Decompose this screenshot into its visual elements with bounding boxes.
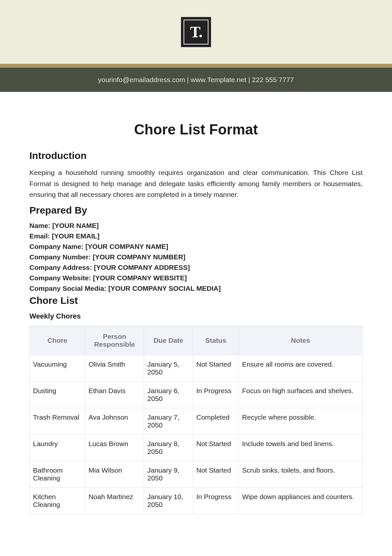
cell-due: January 7, 2050 (144, 408, 193, 434)
prepared-by-block: Name: [YOUR NAME]Email: [YOUR EMAIL]Comp… (29, 222, 363, 292)
field-label: Company Social Media: (29, 285, 108, 292)
logo-text: T. (190, 23, 202, 41)
prepared-by-line: Company Social Media: [YOUR COMPANY SOCI… (29, 285, 363, 292)
field-label: Company Number: (29, 253, 93, 261)
cell-notes: Include towels and bed linens. (239, 434, 363, 461)
col-chore: Chore (30, 326, 85, 355)
field-value: [YOUR NAME] (52, 222, 99, 229)
table-row: DustingEthan DavisJanuary 6, 2050In Prog… (30, 381, 363, 408)
document-content: Chore List Format Introduction Keeping a… (0, 92, 392, 514)
cell-status: Not Started (193, 434, 239, 461)
cell-due: January 9, 2050 (144, 461, 193, 487)
cell-chore: Kitchen Cleaning (30, 487, 85, 514)
table-row: LaundryLucas BrownJanuary 8, 2050Not Sta… (30, 434, 363, 461)
prepared-by-line: Company Name: [YOUR COMPANY NAME] (29, 243, 363, 251)
cell-due: January 8, 2050 (144, 434, 193, 461)
logo: T. (181, 17, 211, 47)
col-due: Due Date (144, 326, 193, 355)
cell-person: Noah Martinez (85, 487, 144, 514)
table-row: Kitchen CleaningNoah MartinezJanuary 10,… (30, 487, 363, 514)
cell-status: Not Started (193, 355, 239, 381)
field-label: Email: (29, 232, 52, 240)
cell-chore: Vacuuming (30, 355, 85, 381)
cell-notes: Recycle where possible. (239, 408, 363, 434)
table-row: Bathroom CleaningMia WilsonJanuary 9, 20… (30, 461, 363, 487)
logo-inner: T. (184, 20, 208, 44)
col-person: Person Responsible (85, 326, 144, 355)
cell-status: Completed (193, 408, 239, 434)
table-header-row: Chore Person Responsible Due Date Status… (30, 326, 363, 355)
cell-due: January 10, 2050 (144, 487, 193, 514)
field-label: Company Name: (29, 243, 86, 250)
chore-list-heading: Chore List (29, 295, 363, 306)
cell-person: Olivia Smith (85, 355, 144, 381)
prepared-by-line: Email: [YOUR EMAIL] (29, 232, 363, 240)
weekly-chores-table: Chore Person Responsible Due Date Status… (29, 326, 363, 514)
header-top-band: T. (0, 0, 392, 64)
cell-status: Not Started (193, 461, 239, 487)
cell-notes: Ensure all rooms are covered. (239, 355, 363, 381)
cell-chore: Laundry (30, 434, 85, 461)
contact-bar: yourinfo@emailaddress.com | www.Template… (0, 68, 392, 92)
cell-person: Mia Wilson (85, 461, 144, 487)
table-row: VacuumingOlivia SmithJanuary 5, 2050Not … (30, 355, 363, 381)
cell-status: In Progress (193, 487, 239, 514)
prepared-by-line: Name: [YOUR NAME] (29, 222, 363, 230)
cell-notes: Scrub sinks, toilets, and floors. (239, 461, 363, 487)
cell-chore: Dusting (30, 381, 85, 408)
prepared-by-line: Company Number: [YOUR COMPANY NUMBER] (29, 253, 363, 261)
cell-person: Ethan Davis (85, 381, 144, 408)
page-title: Chore List Format (29, 121, 363, 138)
cell-notes: Wipe down appliances and counters. (239, 487, 363, 514)
field-label: Company Address: (29, 264, 94, 271)
col-notes: Notes (239, 326, 363, 355)
cell-person: Lucas Brown (85, 434, 144, 461)
introduction-text: Keeping a household running smoothly req… (29, 167, 363, 200)
field-value: [YOUR COMPANY NUMBER] (93, 253, 186, 261)
prepared-by-line: Company Website: [YOUR COMPANY WEBSITE] (29, 274, 363, 282)
cell-chore: Bathroom Cleaning (30, 461, 85, 487)
field-value: [YOUR EMAIL] (52, 232, 100, 240)
field-label: Name: (29, 222, 52, 229)
gold-strip (0, 64, 392, 68)
cell-notes: Focus on high surfaces and shelves. (239, 381, 363, 408)
prepared-by-line: Company Address: [YOUR COMPANY ADDRESS] (29, 264, 363, 271)
field-value: [YOUR COMPANY WEBSITE] (93, 274, 187, 282)
field-label: Company Website: (29, 274, 93, 282)
field-value: [YOUR COMPANY ADDRESS] (94, 264, 190, 271)
cell-due: January 5, 2050 (144, 355, 193, 381)
field-value: [YOUR COMPANY NAME] (86, 243, 169, 250)
cell-due: January 6, 2050 (144, 381, 193, 408)
cell-chore: Trash Removal (30, 408, 85, 434)
prepared-by-heading: Prepared By (29, 205, 363, 216)
introduction-heading: Introduction (29, 150, 363, 161)
field-value: [YOUR COMPANY SOCIAL MEDIA] (108, 285, 221, 292)
col-status: Status (193, 326, 239, 355)
table-row: Trash RemovalAva JohnsonJanuary 7, 2050C… (30, 408, 363, 434)
cell-person: Ava Johnson (85, 408, 144, 434)
weekly-chores-heading: Weekly Chores (29, 312, 363, 321)
cell-status: In Progress (193, 381, 239, 408)
contact-line: yourinfo@emailaddress.com | www.Template… (98, 76, 294, 84)
